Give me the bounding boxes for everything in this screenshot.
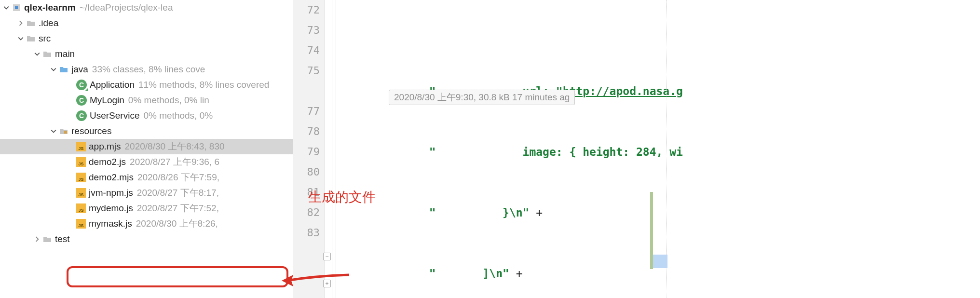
tree-item-application[interactable]: C Application 11% methods, 8% lines cove… [0,77,293,93]
tree-label: MyLogin [90,95,124,106]
tree-project-root[interactable]: qlex-learnm ~/IdeaProjects/qlex-lea [0,0,293,15]
tree-item-mymask[interactable]: JS mymask.js 2020/8/30 上午8:26, [0,216,293,231]
file-info-tooltip: 2020/8/30 上午9:30, 30.8 kB 17 minutes ag [389,90,575,105]
tree-item-mydemo[interactable]: JS mydemo.js 2020/8/27 下午7:52, [0,201,293,216]
svg-rect-1 [15,6,18,9]
chevron-down-icon[interactable] [34,51,41,57]
line-number[interactable]: 78 [293,122,325,142]
annotation-highlight-box [67,266,288,287]
js-file-icon: JS [76,142,86,151]
js-file-icon: JS [76,188,86,198]
file-meta: 2020/8/30 上午8:43, 830 [125,140,225,153]
tree-label: resources [71,126,111,136]
svg-rect-2 [64,131,67,134]
chevron-right-icon[interactable] [34,236,41,243]
tree-label: src [39,33,51,44]
class-icon: C [76,110,87,121]
js-file-icon: JS [76,203,86,213]
folder-icon [26,34,36,43]
line-number[interactable]: 77 [293,101,325,122]
tree-label: java [71,64,88,75]
chevron-down-icon[interactable] [50,66,57,73]
tree-item-demo2-mjs[interactable]: JS demo2.mjs 2020/8/26 下午7:59, [0,170,293,185]
class-icon: C [76,95,87,106]
file-meta: 2020/8/27 上午9:36, 6 [130,156,219,168]
tree-item-java[interactable]: java 33% classes, 8% lines cove [0,62,293,77]
coverage-meta: 11% methods, 8% lines covered [138,80,269,90]
folder-icon [42,49,52,59]
tree-label: jvm-npm.js [89,188,133,198]
chevron-down-icon[interactable] [50,128,57,135]
coverage-meta: 33% classes, 8% lines cove [92,64,205,75]
tree-label: mydemo.js [89,203,133,214]
tree-item-idea[interactable]: .idea [0,15,293,31]
tree-item-mylogin[interactable]: C MyLogin 0% methods, 0% lin [0,93,293,108]
editor-area[interactable]: " url: "http://apod.nasa.g " image: { he… [325,0,980,298]
tree-label: demo2.mjs [89,172,134,183]
project-name: qlex-learnm [24,2,76,13]
line-number[interactable]: 79 [293,142,325,162]
line-number[interactable]: 74 [293,41,325,61]
line-number[interactable]: 72 [293,0,325,20]
annotation-label: 生成的文件 [308,188,376,206]
line-number[interactable]: 83 [293,223,325,243]
tree-label: Application [90,80,135,90]
tree-label: mymask.js [89,218,132,229]
tree-item-test[interactable]: test [0,231,293,247]
chevron-right-icon[interactable] [17,20,24,27]
coverage-meta: 0% methods, 0% [143,110,213,121]
line-number[interactable]: 75 [293,61,325,81]
file-meta: 2020/8/27 下午7:52, [137,202,219,215]
coverage-meta: 0% methods, 0% lin [128,95,209,106]
source-folder-icon [59,65,68,74]
folder-icon [42,234,52,244]
tree-label: test [55,234,70,244]
caret-row-marker [653,255,667,268]
tree-item-app-mjs[interactable]: JS app.mjs 2020/8/30 上午8:43, 830 [0,139,293,154]
module-icon [12,3,21,13]
tree-label: .idea [39,18,58,28]
js-file-icon: JS [76,157,86,167]
resources-folder-icon [59,126,68,136]
file-meta: 2020/8/27 下午8:17, [137,187,219,199]
class-runnable-icon: C [76,80,87,90]
chevron-down-icon[interactable] [3,4,10,11]
line-number[interactable]: 80 [293,162,325,182]
tree-item-jvm-npm[interactable]: JS jvm-npm.js 2020/8/27 下午8:17, [0,185,293,201]
tree-item-src[interactable]: src [0,31,293,46]
tree-label: main [55,49,75,59]
js-file-icon: JS [76,219,86,229]
project-tree[interactable]: qlex-learnm ~/IdeaProjects/qlex-lea .ide… [0,0,293,298]
annotation-arrow-icon [277,271,354,293]
tree-label: demo2.js [89,157,126,167]
tree-item-userservice[interactable]: C UserService 0% methods, 0% [0,108,293,123]
tree-item-resources[interactable]: resources [0,123,293,139]
line-number[interactable]: 73 [293,20,325,41]
tree-item-demo2-js[interactable]: JS demo2.js 2020/8/27 上午9:36, 6 [0,154,293,170]
folder-icon [26,18,36,28]
fold-gutter: − + [323,0,334,298]
fold-collapse-icon[interactable]: − [323,253,331,260]
js-file-icon: JS [76,173,86,182]
tree-item-main[interactable]: main [0,46,293,62]
file-meta: 2020/8/26 下午7:59, [137,171,219,184]
line-number[interactable] [293,81,325,101]
tree-label: UserService [90,110,139,121]
project-path: ~/IdeaProjects/qlex-lea [80,2,173,13]
tree-label: app.mjs [89,141,121,152]
editor-gutter[interactable]: 72 73 74 75 77 78 79 80 81 82 83 [293,0,325,298]
file-meta: 2020/8/30 上午8:26, [136,217,218,230]
chevron-down-icon[interactable] [17,35,24,42]
